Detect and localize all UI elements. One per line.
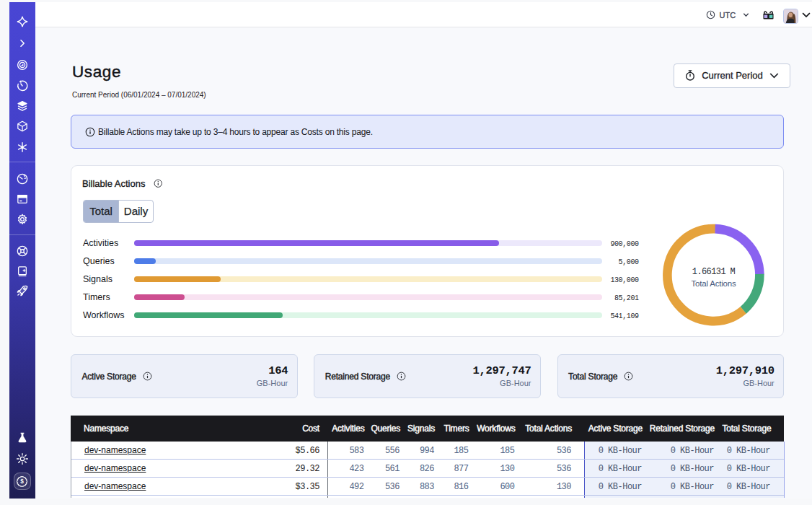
svg-text:$: $ <box>20 478 24 485</box>
